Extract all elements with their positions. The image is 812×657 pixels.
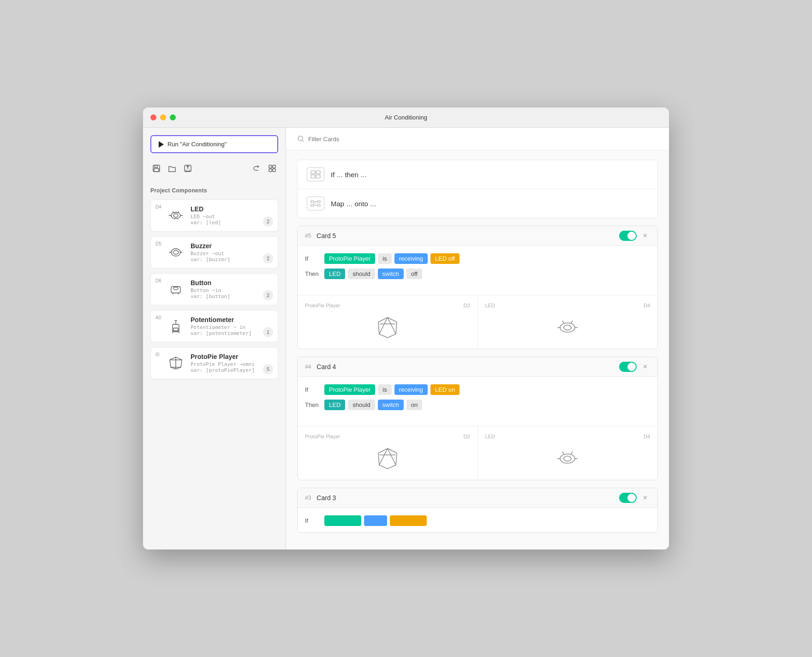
svg-point-9: [173, 214, 178, 217]
card-3-toggle[interactable]: [619, 493, 637, 503]
component-button[interactable]: D6 Button Button ~in var: [button] 2: [150, 273, 278, 305]
card-3-body: If: [298, 508, 657, 532]
card-4-then-action[interactable]: switch: [378, 400, 404, 410]
grid-button[interactable]: [266, 162, 278, 174]
comp-count-buzzer: 2: [263, 253, 273, 263]
template-if-then[interactable]: If … then …: [298, 160, 657, 189]
comp-sub1-button: Button ~in: [191, 287, 271, 293]
card-5-left-label: ProtoPie Player: [305, 303, 340, 308]
svg-rect-2: [154, 168, 159, 172]
comp-name-buzzer: Buzzer: [191, 242, 271, 250]
component-buzzer[interactable]: D5 Buzzer Buzzer ~out var: [buzzer] 2: [150, 236, 278, 269]
card-3-close[interactable]: ×: [640, 493, 650, 503]
card-5-body: If ProtoPie Player is receiving LED off …: [298, 246, 657, 291]
card-4-is: is: [378, 384, 391, 395]
redo-button[interactable]: [251, 162, 263, 174]
card-5-then-label: Then: [305, 270, 322, 277]
cards-area: If … then …: [286, 150, 669, 549]
template-if-icon: [307, 167, 324, 181]
card-4-value[interactable]: LED on: [430, 384, 460, 395]
svg-point-27: [560, 454, 575, 463]
card-5-then-value[interactable]: off: [406, 269, 422, 279]
comp-sub1-protopie: ProtoPie Player →omni: [191, 361, 271, 367]
svg-point-26: [564, 325, 571, 330]
card-4-preview-right-header: LED D4: [485, 434, 651, 439]
card-4-action[interactable]: receiving: [394, 384, 428, 395]
comp-icon-protopie: [167, 354, 185, 372]
card-5-header: #5 Card 5 ×: [298, 226, 657, 246]
comp-info-protopie: ProtoPie Player ProtoPie Player →omni va…: [191, 353, 271, 373]
card-5-protopie-icon: [374, 314, 401, 341]
comp-pin-pot: A0: [155, 315, 161, 320]
minimize-button[interactable]: [160, 114, 166, 120]
traffic-lights: [150, 114, 176, 120]
card-3-tag3[interactable]: [390, 515, 427, 526]
comp-sub1-pot: Potentiometer ~ in: [191, 324, 271, 330]
svg-rect-6: [269, 169, 272, 172]
card-5-if-row: If ProtoPie Player is receiving LED off: [305, 253, 650, 264]
run-button-label: Run "Air Conditioning": [167, 141, 227, 148]
svg-rect-1: [155, 165, 157, 167]
filter-input[interactable]: [308, 136, 658, 143]
comp-icon-pot: [167, 317, 185, 335]
card-3: #3 Card 3 × If: [297, 488, 658, 533]
section-title: Project Components: [150, 187, 278, 194]
card-5-then-action[interactable]: switch: [378, 269, 404, 279]
svg-point-25: [560, 323, 575, 332]
comp-sub2-led: var: [led]: [191, 220, 271, 226]
card-3-tag1[interactable]: [324, 515, 361, 526]
save-button[interactable]: [150, 162, 162, 174]
search-icon: [297, 135, 304, 143]
comp-pin-button: D6: [155, 278, 161, 283]
comp-name-pot: Potentiometer: [191, 316, 271, 323]
card-4-then-label: Then: [305, 401, 322, 408]
template-map[interactable]: Map … onto …: [298, 189, 657, 218]
fullscreen-button[interactable]: [170, 114, 176, 120]
card-5-subject[interactable]: ProtoPie Player: [324, 253, 375, 264]
card-4-then-subject[interactable]: LED: [324, 400, 345, 410]
card-5-title: Card 5: [316, 232, 615, 239]
card-5-num: #5: [305, 233, 311, 239]
comp-sub1-led: LED ~out: [191, 214, 271, 220]
template-map-icon: [307, 197, 324, 210]
card-5-preview-right-header: LED D4: [485, 303, 651, 308]
run-button[interactable]: Run "Air Conditioning": [150, 135, 278, 153]
card-5-toggle[interactable]: [619, 231, 637, 241]
comp-info-button: Button Button ~in var: [button]: [191, 279, 271, 299]
close-button[interactable]: [150, 114, 156, 120]
open-button[interactable]: [166, 162, 178, 174]
svg-rect-20: [316, 175, 320, 178]
comp-sub2-pot: var: [potentiometer]: [191, 330, 271, 336]
card-5-is: is: [378, 253, 391, 264]
card-5-value[interactable]: LED off: [430, 253, 460, 264]
component-pot[interactable]: A0 Potentiometer Potentiometer ~ in var:…: [150, 310, 278, 342]
card-4-close[interactable]: ×: [640, 362, 650, 372]
component-protopie[interactable]: I0 ProtoPie Player ProtoPie Player →omni…: [150, 347, 278, 379]
right-panel: If … then …: [286, 128, 669, 549]
card-4-preview-left-header: ProtoPie Player D2: [305, 434, 470, 439]
export-button[interactable]: [182, 162, 194, 174]
svg-point-11: [173, 251, 179, 254]
card-4-toggle[interactable]: [619, 362, 637, 372]
card-3-tag2[interactable]: [364, 515, 387, 526]
card-5-then-subject[interactable]: LED: [324, 269, 345, 279]
card-4-subject[interactable]: ProtoPie Player: [324, 384, 375, 395]
component-led[interactable]: D4 LED LED ~out var: [led] 2: [150, 199, 278, 232]
card-4-if-row: If ProtoPie Player is receiving LED on: [305, 384, 650, 395]
comp-pin-buzzer: D5: [155, 241, 161, 246]
comp-sub2-button: var: [button]: [191, 293, 271, 299]
app-window: Air Conditioning Run "Air Conditioning": [143, 108, 669, 549]
svg-point-16: [298, 136, 303, 141]
card-4-should: should: [348, 400, 375, 410]
card-5-if-label: If: [305, 255, 322, 262]
card-4-then-value[interactable]: on: [406, 400, 422, 410]
main-content: Run "Air Conditioning": [143, 128, 669, 549]
card-5-preview-left: ProtoPie Player D2: [298, 295, 478, 349]
svg-rect-23: [317, 201, 320, 203]
card-5-action[interactable]: receiving: [394, 253, 428, 264]
card-5-close[interactable]: ×: [640, 231, 650, 241]
toolbar: [150, 162, 278, 180]
card-5-should: should: [348, 269, 375, 279]
card-5-preview-right: LED D4: [478, 295, 658, 349]
card-4: #4 Card 4 × If ProtoPie Player is receiv…: [297, 357, 658, 480]
